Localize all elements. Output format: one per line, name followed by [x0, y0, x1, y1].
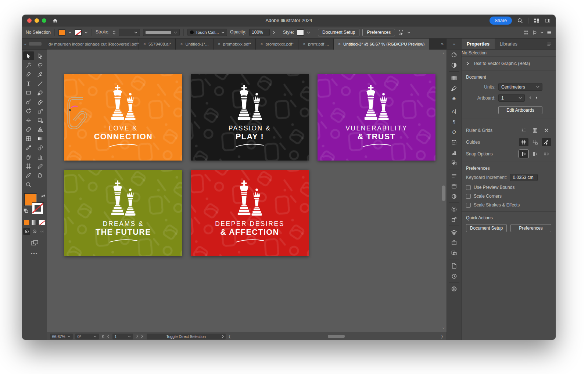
chevron-down-icon[interactable] — [85, 31, 88, 34]
transparency-panel-icon[interactable] — [447, 191, 461, 201]
gradient-panel-icon[interactable] — [447, 60, 461, 70]
checkbox[interactable] — [466, 194, 471, 199]
show-rulers-button[interactable] — [519, 126, 528, 134]
quick-document-setup-button[interactable]: Document Setup — [466, 224, 507, 232]
scale-tool[interactable] — [35, 107, 46, 115]
line-segment-tool[interactable] — [35, 79, 46, 88]
export-panel-icon[interactable] — [447, 237, 461, 248]
gradient-tool[interactable] — [35, 134, 46, 143]
close-tab-icon[interactable]: × — [303, 42, 305, 47]
layers-panel-icon[interactable] — [447, 227, 461, 237]
direct-selection-tool[interactable] — [35, 51, 46, 60]
close-tab-icon[interactable]: × — [143, 42, 146, 47]
chevron-down-icon[interactable] — [307, 31, 310, 34]
stroke-weight-stepper[interactable] — [112, 30, 116, 35]
snap-options-icon[interactable] — [532, 30, 537, 35]
stroke-weight-dropdown[interactable] — [119, 29, 140, 36]
artboard-dropdown[interactable]: 1 — [498, 94, 525, 102]
swap-fill-stroke-icon[interactable] — [41, 193, 46, 200]
menu-list-icon[interactable] — [546, 30, 552, 35]
artboard-2[interactable]: PASSION &PLAY ! — [191, 74, 309, 161]
expand-panels-icon[interactable]: » — [447, 39, 461, 50]
paint-none-button[interactable] — [39, 220, 45, 225]
graphic-styles-panel-icon[interactable] — [447, 181, 461, 191]
status-display[interactable]: Toggle Direct Selection — [147, 334, 226, 339]
default-fill-stroke-icon[interactable] — [24, 208, 28, 215]
column-graph-tool[interactable] — [35, 152, 46, 161]
eyedropper-tool[interactable] — [23, 143, 34, 152]
document-tab-3[interactable]: ×Untitled-1*... — [176, 39, 213, 50]
units-dropdown[interactable]: Centimeters — [498, 83, 542, 91]
collapse-toolbar-icon[interactable]: « — [24, 42, 26, 46]
zoom-level-dropdown[interactable]: 66.67% — [50, 334, 73, 339]
width-tool[interactable] — [23, 116, 34, 125]
character-panel-icon[interactable]: A — [447, 106, 461, 116]
pattern-options-panel-icon[interactable] — [447, 284, 461, 294]
zoom-window-button[interactable] — [42, 18, 46, 23]
canvas[interactable]: ˄ ˅ LOVE &CONNECTIONxPASSION &PLAY !VULN… — [47, 50, 447, 332]
document-tab-2[interactable]: ×5579408.ai* — [139, 39, 176, 50]
toolbar-grip[interactable] — [29, 42, 42, 46]
close-tab-icon[interactable]: × — [260, 42, 263, 47]
horizontal-scrollbar[interactable] — [235, 335, 437, 338]
curvature-tool[interactable] — [35, 70, 46, 79]
document-tab-4[interactable]: ×promptxxx.pdf* — [214, 39, 256, 50]
checkbox[interactable] — [466, 185, 471, 190]
stroke-label[interactable]: Stroke: — [96, 29, 110, 35]
hand-tool[interactable] — [35, 171, 46, 180]
paragraph-panel-icon[interactable]: ¶ — [447, 116, 461, 127]
preferences-button[interactable]: Preferences — [362, 29, 395, 36]
stroke-proxy-swatch[interactable] — [32, 203, 43, 214]
smart-guides-button[interactable] — [542, 138, 551, 146]
chevron-right-icon[interactable] — [273, 31, 275, 34]
chevron-down-icon[interactable] — [407, 31, 410, 34]
knife-tool[interactable] — [23, 171, 34, 180]
show-guides-button[interactable] — [519, 138, 528, 146]
close-window-button[interactable] — [27, 18, 32, 23]
history-panel-icon[interactable] — [447, 271, 461, 281]
blend-tool[interactable] — [35, 143, 46, 152]
tab-properties[interactable]: Properties — [462, 39, 495, 49]
panel-menu-icon[interactable] — [543, 39, 556, 49]
artboards-panel-icon[interactable] — [447, 248, 461, 258]
tab-overflow-icon[interactable]: » — [438, 39, 447, 50]
close-tab-icon[interactable]: × — [180, 42, 183, 47]
show-pixel-grid-button[interactable] — [542, 126, 551, 134]
style-swatch[interactable] — [297, 29, 304, 36]
artboard-1[interactable]: LOVE &CONNECTIONx — [64, 74, 182, 161]
shaper-tool[interactable] — [23, 97, 34, 106]
paintbrush-tool[interactable] — [35, 88, 46, 97]
share-button[interactable]: Share — [490, 17, 512, 25]
edit-toolbar-icon[interactable]: ••• — [22, 251, 47, 256]
chevron-down-icon[interactable] — [68, 31, 72, 34]
vertical-scrollbar[interactable]: ˄ ˅ — [441, 52, 446, 330]
panel-toggle-icon[interactable] — [545, 18, 551, 24]
shape-builder-tool[interactable] — [23, 125, 34, 134]
chevron-down-icon[interactable] — [540, 31, 544, 34]
scroll-down-icon[interactable]: ˅ — [441, 327, 446, 330]
stray-path-object[interactable] — [65, 95, 91, 135]
next-artboard-icon[interactable] — [136, 334, 139, 339]
scroll-left-icon[interactable]: ❬ — [228, 334, 231, 338]
snap-to-pixel-button[interactable] — [542, 150, 551, 158]
rotate-tool[interactable] — [23, 107, 34, 115]
artboard-3[interactable]: VULNERABILITY& TRUST — [318, 74, 435, 161]
vertical-scroll-thumb[interactable] — [442, 186, 445, 201]
previous-artboard-icon[interactable] — [107, 334, 110, 339]
appearance-panel-icon[interactable] — [447, 170, 461, 181]
selection-tool[interactable] — [23, 51, 34, 60]
quick-preferences-button[interactable]: Preferences — [510, 224, 551, 232]
lasso-tool[interactable] — [35, 61, 46, 69]
screen-mode-icon[interactable] — [22, 240, 47, 247]
show-grid-button[interactable] — [530, 126, 540, 134]
zoom-tool[interactable] — [23, 180, 34, 189]
workspace-switcher-icon[interactable] — [534, 18, 539, 24]
paint-gradient-button[interactable] — [31, 220, 37, 225]
opacity-label[interactable]: Opacity: — [230, 29, 246, 35]
brushes-panel-icon[interactable] — [447, 83, 461, 93]
asset-export-panel-icon[interactable] — [447, 214, 461, 224]
lock-guides-button[interactable] — [530, 138, 540, 146]
pathfinder-panel-icon[interactable] — [447, 158, 461, 168]
close-tab-icon[interactable]: × — [218, 42, 220, 47]
free-transform-tool[interactable] — [35, 116, 46, 125]
